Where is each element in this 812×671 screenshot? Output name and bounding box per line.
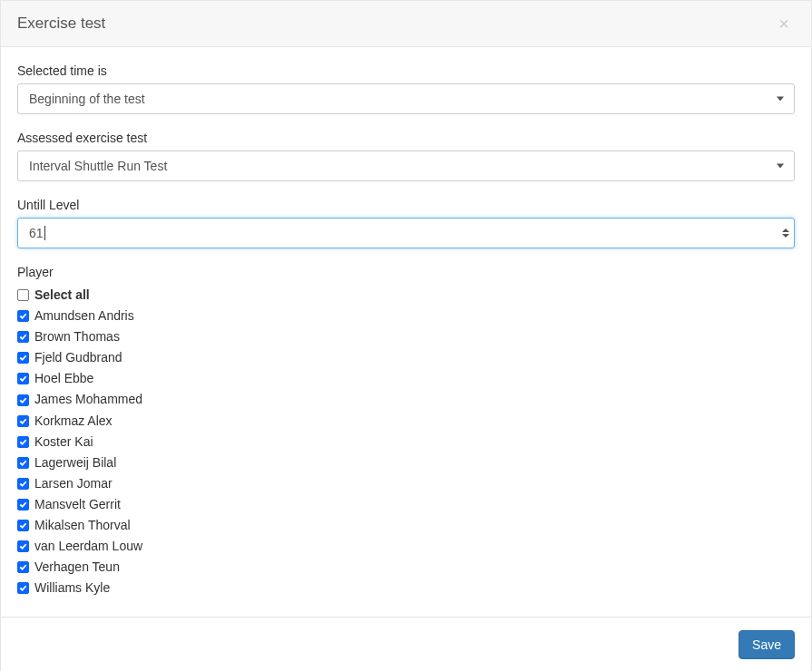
player-label: Brown Thomas [34, 326, 120, 347]
label-untill-level: Untill Level [17, 198, 795, 212]
checkbox-p11[interactable] [17, 540, 29, 552]
player-row-p4: James Mohammed [17, 389, 795, 410]
input-untill-level-value: 61 [29, 226, 44, 240]
player-list: Select allAmundsen AndrisBrown ThomasFje… [17, 285, 795, 598]
player-label: Lagerweij Bilal [34, 452, 116, 473]
player-label: Korkmaz Alex [34, 411, 113, 432]
player-label: Koster Kai [34, 432, 93, 452]
player-row-p3: Hoel Ebbe [17, 368, 795, 389]
label-player: Player [17, 265, 795, 279]
player-row-p0: Amundsen Andris [17, 306, 795, 326]
label-selected-time: Selected time is [17, 63, 795, 78]
chevron-down-icon [777, 97, 784, 102]
save-button[interactable]: Save [739, 630, 795, 659]
player-label: van Leerdam Louw [34, 536, 142, 557]
player-row-p2: Fjeld Gudbrand [17, 347, 795, 368]
exercise-test-modal: Exercise test × Selected time is Beginni… [0, 0, 812, 671]
player-label: Mansvelt Gerrit [34, 494, 121, 515]
checkbox-select-all[interactable] [17, 289, 29, 301]
player-label: Select all [34, 285, 90, 306]
checkbox-p1[interactable] [17, 331, 29, 343]
player-row-p5: Korkmaz Alex [17, 411, 795, 432]
player-section: Player Select allAmundsen AndrisBrown Th… [17, 265, 795, 598]
checkbox-p10[interactable] [17, 520, 29, 531]
player-label: Hoel Ebbe [34, 368, 93, 389]
checkbox-p13[interactable] [17, 582, 29, 594]
player-row-p9: Mansvelt Gerrit [17, 494, 795, 515]
checkbox-p8[interactable] [17, 478, 29, 490]
close-button[interactable]: × [773, 14, 795, 34]
field-assessed-test: Assessed exercise test Interval Shuttle … [17, 131, 795, 181]
field-untill-level: Untill Level 61 [17, 198, 795, 248]
field-selected-time: Selected time is Beginning of the test [17, 63, 795, 114]
player-label: Larsen Jomar [34, 473, 113, 494]
label-assessed-test: Assessed exercise test [17, 131, 795, 145]
modal-footer: Save [1, 617, 811, 671]
checkbox-p2[interactable] [17, 352, 29, 364]
select-assessed-test[interactable]: Interval Shuttle Run Test [17, 151, 795, 181]
player-label: Fjeld Gudbrand [34, 347, 122, 368]
player-label: Verhagen Teun [34, 557, 120, 578]
player-row-p1: Brown Thomas [17, 326, 795, 347]
player-label: Amundsen Andris [34, 306, 134, 326]
text-cursor [44, 226, 45, 240]
player-label: Williams Kyle [34, 578, 110, 598]
player-row-p11: van Leerdam Louw [17, 536, 795, 557]
modal-header: Exercise test × [1, 1, 811, 47]
checkbox-p3[interactable] [17, 373, 29, 384]
player-row-p13: Williams Kyle [17, 578, 795, 598]
checkbox-p4[interactable] [17, 394, 29, 406]
player-row-p7: Lagerweij Bilal [17, 452, 795, 473]
player-row-select-all: Select all [17, 285, 795, 306]
checkbox-p12[interactable] [17, 561, 29, 573]
select-selected-time[interactable]: Beginning of the test [17, 83, 795, 114]
checkbox-p9[interactable] [17, 499, 29, 511]
player-label: James Mohammed [34, 389, 142, 410]
modal-title: Exercise test [17, 15, 105, 33]
player-row-p12: Verhagen Teun [17, 557, 795, 578]
player-label: Mikalsen Thorval [34, 515, 131, 536]
select-selected-time-value: Beginning of the test [29, 92, 145, 106]
number-spinner [782, 229, 789, 238]
input-untill-level[interactable]: 61 [17, 218, 795, 248]
player-row-p8: Larsen Jomar [17, 473, 795, 494]
checkbox-p5[interactable] [17, 415, 29, 427]
close-icon: × [778, 14, 789, 34]
checkbox-p0[interactable] [17, 310, 29, 322]
player-row-p10: Mikalsen Thorval [17, 515, 795, 536]
stepper-down-icon[interactable] [782, 234, 789, 238]
select-assessed-test-value: Interval Shuttle Run Test [29, 159, 167, 173]
checkbox-p7[interactable] [17, 457, 29, 469]
player-row-p6: Koster Kai [17, 432, 795, 452]
chevron-down-icon [777, 164, 784, 169]
stepper-up-icon[interactable] [782, 229, 789, 232]
checkbox-p6[interactable] [17, 436, 29, 448]
modal-body: Selected time is Beginning of the test A… [1, 47, 811, 617]
